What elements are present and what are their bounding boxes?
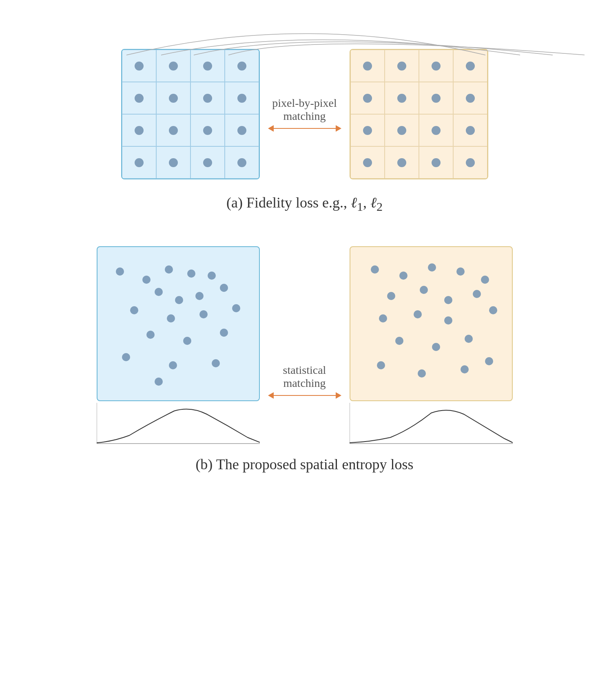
dot (203, 126, 212, 135)
dot (397, 62, 406, 71)
scatter-dot (387, 292, 395, 300)
grid-cell (350, 82, 385, 114)
scatter-dot (489, 306, 497, 314)
grid-cell (156, 146, 190, 179)
scatter-dot (169, 361, 177, 369)
scatter-dot (456, 267, 465, 276)
scatter-dot (465, 335, 473, 343)
scatter-dot (420, 286, 428, 294)
grid-cell (453, 82, 487, 114)
scatter-dot (473, 290, 481, 298)
grid-peach (350, 49, 488, 179)
dot (203, 158, 212, 167)
dot (397, 158, 406, 167)
scatter-dot (167, 314, 175, 322)
scatter-dot (220, 329, 228, 337)
grid-cell (225, 114, 259, 146)
arrowhead-right-a (336, 125, 341, 132)
dot (466, 94, 475, 103)
scatter-dot (146, 331, 155, 339)
grid-cell (156, 50, 190, 82)
scatter-dot (142, 276, 151, 284)
scatter-dot (414, 310, 422, 318)
grid-cell (419, 146, 453, 179)
dot (203, 62, 212, 71)
density-chart-peach (350, 403, 513, 448)
dot (237, 158, 246, 167)
scatter-dot (187, 269, 195, 278)
grid-cell (225, 146, 259, 179)
grid-cell (453, 146, 487, 179)
scatter-dot (220, 284, 228, 292)
dot (363, 126, 372, 135)
arrowhead-left-b (268, 392, 274, 399)
grid-cell (385, 50, 419, 82)
grid-cell (190, 114, 225, 146)
arrow-label-b: statistical matching (283, 364, 326, 390)
scatter-dot (232, 304, 240, 312)
grid-cell (156, 114, 190, 146)
section-b: statistical matching (b) The proposed sp… (24, 246, 585, 473)
dot (363, 158, 372, 167)
scatter-dot (183, 337, 191, 345)
grid-cell (190, 146, 225, 179)
section-b-diagram: statistical matching (24, 246, 585, 448)
dot (203, 94, 212, 103)
scatter-dot (461, 365, 469, 373)
scatter-dot (481, 276, 489, 284)
density-chart-blue (97, 403, 260, 448)
grid-cell (453, 50, 487, 82)
dot (237, 94, 246, 103)
caption-a: (a) Fidelity loss e.g., ℓ1, ℓ2 (226, 194, 383, 214)
arcs-svg (24, 16, 585, 57)
dot (169, 94, 178, 103)
dot (363, 62, 372, 71)
dot (363, 94, 372, 103)
dot (466, 62, 475, 71)
grid-cell (122, 82, 156, 114)
section-a-diagram: pixel-by-pixel matching (24, 16, 585, 179)
grid-cell (225, 50, 259, 82)
scatter-dot (155, 288, 163, 296)
dot (432, 158, 441, 167)
dot (432, 94, 441, 103)
scatter-dot (208, 272, 216, 280)
dot (135, 94, 144, 103)
dot (432, 62, 441, 71)
grid-cell (350, 50, 385, 82)
scatter-dot (444, 316, 452, 325)
grid-cell (122, 50, 156, 82)
arrow-container-b: statistical matching (260, 364, 350, 399)
dot (135, 126, 144, 135)
dot (135, 158, 144, 167)
dot (397, 126, 406, 135)
arrow-container-a: pixel-by-pixel matching (260, 97, 350, 132)
scatter-box-blue (97, 246, 260, 401)
scatter-dot (371, 265, 379, 274)
arrowhead-right-b (336, 392, 341, 399)
scatter-dot (399, 272, 407, 280)
scatter-dot (199, 310, 208, 318)
scatter-dot (395, 337, 403, 345)
dot (169, 126, 178, 135)
double-arrow-b (268, 392, 341, 399)
scatter-dot (195, 292, 204, 300)
grid-cell (156, 82, 190, 114)
scatter-dot (122, 353, 130, 361)
grid-cell (385, 82, 419, 114)
scatter-wrapper-peach (350, 246, 513, 448)
scatter-dot (485, 357, 493, 365)
arrow-line-a (274, 128, 336, 129)
grid-cell (190, 82, 225, 114)
grid-cell (385, 114, 419, 146)
double-arrow-a (268, 125, 341, 132)
arrow-label-a: pixel-by-pixel matching (272, 97, 337, 123)
dot (169, 62, 178, 71)
caption-b: (b) The proposed spatial entropy loss (195, 456, 413, 473)
scatter-dot (212, 359, 220, 367)
scatter-dot (175, 296, 183, 304)
dot (237, 62, 246, 71)
dot (169, 158, 178, 167)
scatter-dot (130, 306, 138, 314)
arrow-line-b (274, 395, 336, 396)
